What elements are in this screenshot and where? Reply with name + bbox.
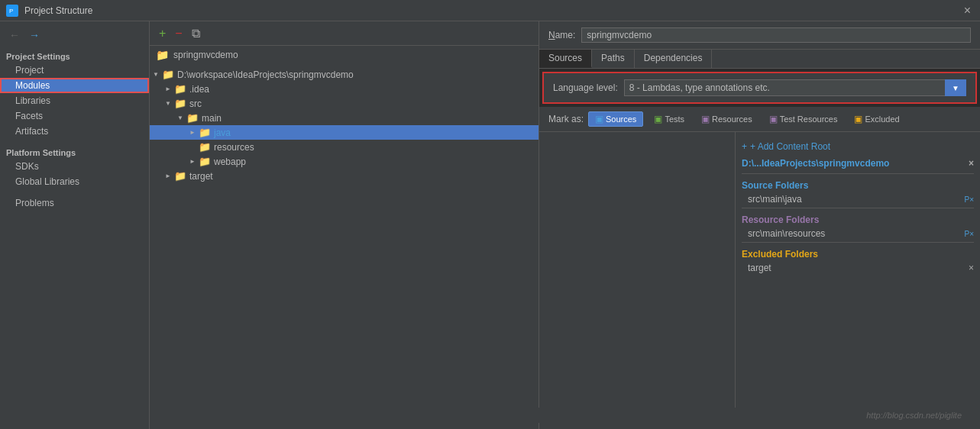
tree-label-resources: resources xyxy=(214,142,254,153)
tree-arrow-idea: ► xyxy=(165,85,174,92)
forward-button[interactable]: → xyxy=(26,27,43,43)
tree-item-main[interactable]: ▼ 📁 main xyxy=(150,111,539,125)
mark-as-excluded-button[interactable]: ▣ Excluded xyxy=(848,112,905,126)
tree-item-idea[interactable]: ► 📁 .idea xyxy=(150,82,539,96)
back-button[interactable]: ← xyxy=(6,27,23,43)
resource-folder-item: src\main\resources P× xyxy=(742,227,974,240)
tree-arrow-src: ▼ xyxy=(165,100,174,107)
tree-item-java[interactable]: ► 📁 java xyxy=(150,125,539,140)
project-structure-window: P Project Structure × ← → Project Settin… xyxy=(0,0,980,429)
tabs-row: Sources Paths Dependencies xyxy=(539,50,980,69)
module-icon: 📁 xyxy=(156,49,169,61)
add-module-button[interactable]: + xyxy=(156,25,169,42)
resource-folders-header: Resource Folders xyxy=(742,210,974,227)
mark-as-test-resources-button[interactable]: ▣ Test Resources xyxy=(763,112,844,126)
tree-folder-java: 📁 xyxy=(199,127,211,138)
sidebar-item-global-libraries[interactable]: Global Libraries xyxy=(0,174,149,189)
excluded-folders-header: Excluded Folders xyxy=(742,244,974,261)
copy-module-button[interactable]: ⧉ xyxy=(189,25,203,42)
excluded-icon: ▣ xyxy=(854,114,862,124)
resource-folder-actions: P× xyxy=(964,230,974,238)
main-content: ← → Project Settings Project Modules Lib… xyxy=(0,21,980,429)
close-button[interactable]: × xyxy=(961,4,974,18)
tree-folder-webapp: 📁 xyxy=(199,156,211,167)
tree-item-target[interactable]: ► 📁 target xyxy=(150,169,539,183)
tree-label-src: src xyxy=(189,98,202,109)
tree-arrow-webapp: ► xyxy=(189,158,199,165)
tree-arrow-target: ► xyxy=(165,173,174,179)
mark-as-sources-button[interactable]: ▣ Sources xyxy=(588,111,643,127)
resources-icon: ▣ xyxy=(701,114,710,124)
name-label: Name: xyxy=(548,30,575,40)
source-folder-item: src\main\java P× xyxy=(742,192,974,206)
language-level-dropdown-arrow[interactable]: ▼ xyxy=(945,79,966,96)
sidebar-item-modules[interactable]: Modules xyxy=(0,78,149,93)
name-input[interactable] xyxy=(581,27,971,43)
sidebar-item-facets[interactable]: Facets xyxy=(0,108,149,124)
tree-label-target: target xyxy=(189,171,213,182)
tree-item-root[interactable]: ▼ 📁 D:\workspace\IdeaProjects\springmvcd… xyxy=(150,67,539,82)
tree-panel-bottom xyxy=(539,132,736,414)
tab-sources[interactable]: Sources xyxy=(539,50,592,68)
tree-arrow-main: ▼ xyxy=(177,115,186,121)
tree-folder-root: 📁 xyxy=(162,69,174,80)
tree-folder-target: 📁 xyxy=(174,170,186,182)
svg-text:P: P xyxy=(9,8,13,15)
separator-1 xyxy=(742,173,974,174)
info-panel: + + Add Content Root D:\...IdeaProjects\… xyxy=(736,132,980,414)
tree-label-java: java xyxy=(214,127,231,138)
language-level-select[interactable]: 8 - Lambdas, type annotations etc. 7 - D… xyxy=(624,79,966,96)
tree-arrow-resources xyxy=(189,144,199,150)
bottom-split: + + Add Content Root D:\...IdeaProjects\… xyxy=(539,132,980,414)
module-entry[interactable]: 📁 springmvcdemo xyxy=(150,46,539,64)
add-content-root-button[interactable]: + + Add Content Root xyxy=(742,138,974,155)
resource-folder-p-button[interactable]: P× xyxy=(964,230,974,238)
watermark: http://blog.csdn.net/piglite xyxy=(530,408,971,423)
language-level-row: Language level: 8 - Lambdas, type annota… xyxy=(542,72,977,104)
tree-item-resources[interactable]: 📁 resources xyxy=(150,140,539,154)
language-level-label: Language level: xyxy=(553,82,618,93)
source-folder-path: src\main\java xyxy=(748,194,964,205)
sidebar-item-problems[interactable]: Problems xyxy=(0,195,149,211)
mark-as-tests-button[interactable]: ▣ Tests xyxy=(648,112,691,126)
module-name: springmvcdemo xyxy=(173,50,238,60)
tree-folder-main: 📁 xyxy=(186,112,199,124)
tree-folder-src: 📁 xyxy=(174,98,186,109)
tree-arrow-java: ► xyxy=(189,129,199,136)
window-icon: P xyxy=(6,5,18,17)
excluded-folder-actions: × xyxy=(969,263,974,273)
language-level-select-wrapper: 8 - Lambdas, type annotations etc. 7 - D… xyxy=(624,79,966,96)
source-folders-header: Source Folders xyxy=(742,176,974,192)
resource-folder-path: src\main\resources xyxy=(748,228,964,239)
title-bar: P Project Structure × xyxy=(0,0,980,21)
sidebar-item-project[interactable]: Project xyxy=(0,63,149,78)
excluded-folder-close-button[interactable]: × xyxy=(969,263,974,273)
mark-as-resources-button[interactable]: ▣ Resources xyxy=(695,112,758,126)
test-resources-icon: ▣ xyxy=(769,114,778,124)
tree-label-main: main xyxy=(202,113,222,124)
tree-label-idea: .idea xyxy=(189,84,209,95)
tree-item-webapp[interactable]: ► 📁 webapp xyxy=(150,154,539,169)
file-tree: ▼ 📁 D:\workspace\IdeaProjects\springmvcd… xyxy=(150,64,539,429)
tree-label-root: D:\workspace\IdeaProjects\springmvcdemo xyxy=(177,69,354,80)
add-icon: + xyxy=(742,141,747,152)
tree-folder-resources: 📁 xyxy=(199,141,211,153)
middle-panel: + − ⧉ 📁 springmvcdemo ▼ 📁 D:\workspace\I… xyxy=(150,21,539,429)
sidebar-item-sdks[interactable]: SDKs xyxy=(0,159,149,174)
sidebar-nav: ← → xyxy=(0,24,149,46)
sidebar-item-libraries[interactable]: Libraries xyxy=(0,93,149,108)
tab-paths[interactable]: Paths xyxy=(592,50,635,68)
mark-as-row: Mark as: ▣ Sources ▣ Tests ▣ Resources xyxy=(539,107,980,132)
tests-icon: ▣ xyxy=(654,114,662,124)
separator-2 xyxy=(742,208,974,208)
remove-module-button[interactable]: − xyxy=(172,25,185,42)
content-root-close-button[interactable]: × xyxy=(969,158,974,169)
sidebar-item-artifacts[interactable]: Artifacts xyxy=(0,124,149,139)
tree-item-src[interactable]: ▼ 📁 src xyxy=(150,96,539,111)
project-settings-label: Project Settings xyxy=(0,49,149,63)
tree-arrow-root: ▼ xyxy=(153,71,162,78)
tab-dependencies[interactable]: Dependencies xyxy=(635,50,713,68)
content-area: Name: Sources Paths Dependencies xyxy=(539,21,980,414)
source-folder-p-button[interactable]: P× xyxy=(964,195,974,204)
tree-folder-idea: 📁 xyxy=(174,83,186,95)
